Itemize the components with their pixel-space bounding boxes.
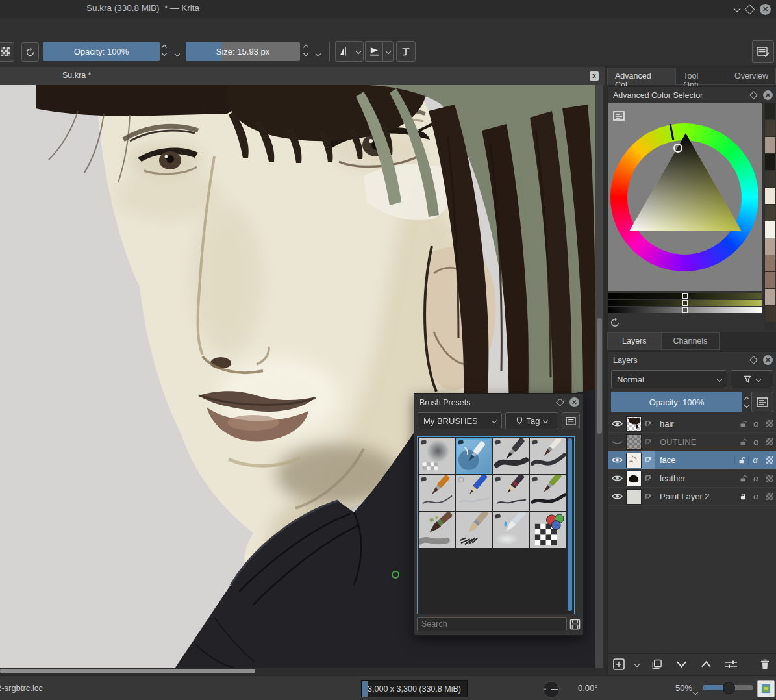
- mirror-vertical-button[interactable]: [365, 41, 383, 62]
- brush-grid-scrollbar[interactable]: [567, 438, 573, 611]
- layer-row[interactable]: OUTLINE α: [608, 433, 776, 451]
- layer-thumbnail[interactable]: [626, 434, 642, 450]
- history-swatch[interactable]: [765, 171, 775, 187]
- history-swatch[interactable]: [765, 289, 775, 305]
- shade-slider-1-marker[interactable]: [682, 293, 688, 299]
- shade-slider-1[interactable]: [608, 293, 762, 299]
- delete-layer-button[interactable]: [753, 659, 776, 669]
- close-docker-icon[interactable]: ✕: [569, 397, 579, 407]
- tab-layers[interactable]: Layers: [607, 332, 662, 350]
- layer-row[interactable]: Paint Layer 2 α: [608, 488, 776, 506]
- move-layer-down-button[interactable]: [669, 660, 694, 669]
- shade-slider-3[interactable]: [608, 307, 762, 313]
- canvas-rotation-dial[interactable]: [543, 681, 560, 698]
- layer-thumbnail[interactable]: [626, 416, 642, 432]
- float-docker-icon[interactable]: [749, 356, 758, 364]
- canvas-vertical-scrollbar[interactable]: [595, 85, 603, 668]
- close-docker-icon[interactable]: ✕: [763, 90, 773, 100]
- shade-slider-3-marker[interactable]: [682, 307, 688, 313]
- lock-icon-locked[interactable]: [736, 492, 749, 501]
- layer-opacity-slider[interactable]: Opacity: 100%: [611, 392, 742, 412]
- layer-row[interactable]: hair α: [608, 415, 776, 433]
- choose-workspace-button[interactable]: [752, 40, 774, 63]
- brush-preset[interactable]: [493, 438, 529, 474]
- opacity-slider[interactable]: Opacity: 100%: [43, 42, 160, 61]
- history-swatch[interactable]: [765, 221, 775, 238]
- layer-properties-button[interactable]: [751, 392, 773, 412]
- inherit-alpha-icon[interactable]: [762, 475, 776, 482]
- brush-preset[interactable]: [530, 438, 566, 474]
- canvas-horizontal-scrollbar[interactable]: [0, 668, 595, 674]
- duplicate-layer-button[interactable]: [644, 659, 669, 670]
- brush-preset[interactable]: [419, 512, 455, 548]
- display-mode-button[interactable]: [562, 412, 580, 429]
- mirror-horizontal-dropdown[interactable]: [353, 41, 364, 62]
- history-swatch[interactable]: [765, 272, 775, 288]
- move-layer-up-button[interactable]: [694, 660, 718, 669]
- size-dropdown-icon[interactable]: [316, 48, 320, 58]
- tab-channels[interactable]: Channels: [662, 332, 720, 350]
- lock-icon[interactable]: [734, 456, 748, 464]
- size-slider[interactable]: Size: 15.93 px: [186, 42, 300, 61]
- brush-preset[interactable]: [530, 512, 566, 548]
- tab-overview[interactable]: Overview: [727, 68, 776, 85]
- history-swatch[interactable]: [765, 103, 775, 119]
- tab-advanced-color-selector[interactable]: Advanced Col...: [607, 68, 676, 85]
- zoom-level-label[interactable]: 50%: [675, 683, 692, 693]
- tag-button[interactable]: Tag: [505, 412, 558, 429]
- layer-thumbnail[interactable]: [626, 489, 642, 505]
- brush-preset[interactable]: [456, 512, 492, 548]
- brush-grid-scrollbar-thumb[interactable]: [568, 438, 572, 611]
- save-bundle-icon[interactable]: [569, 619, 581, 630]
- zoom-slider-thumb[interactable]: [723, 682, 735, 694]
- alpha-lock-icon[interactable]: α: [749, 419, 762, 429]
- inherit-alpha-icon[interactable]: [762, 456, 776, 464]
- pattern-chooser-button[interactable]: [0, 42, 14, 62]
- brush-preset[interactable]: [419, 475, 455, 511]
- lock-icon[interactable]: [736, 438, 749, 446]
- inherit-alpha-icon[interactable]: [762, 493, 776, 500]
- brush-collection-dropdown[interactable]: My BRUSHES: [418, 412, 502, 429]
- visibility-eye-icon[interactable]: [608, 474, 626, 482]
- alpha-lock-icon[interactable]: α: [749, 473, 762, 483]
- visibility-eye-icon[interactable]: [608, 456, 626, 464]
- visibility-eye-icon[interactable]: [608, 419, 626, 428]
- float-docker-icon[interactable]: [749, 91, 758, 99]
- float-docker-icon[interactable]: [556, 398, 564, 406]
- horizontal-scrollbar-thumb[interactable]: [0, 669, 255, 673]
- history-swatch[interactable]: [765, 154, 775, 170]
- lock-icon[interactable]: [736, 474, 749, 482]
- add-layer-dropdown-icon[interactable]: [630, 662, 644, 666]
- layer-filter-button[interactable]: [731, 370, 773, 388]
- lock-icon[interactable]: [736, 419, 749, 428]
- wrap-around-mode-button[interactable]: [396, 41, 416, 62]
- document-tab[interactable]: Su.kra *: [62, 71, 91, 80]
- shade-slider-2[interactable]: [608, 300, 762, 306]
- opacity-spinner[interactable]: [162, 45, 166, 55]
- inherit-alpha-icon[interactable]: [762, 438, 776, 445]
- tab-tool-options[interactable]: Tool Opti...: [676, 68, 727, 85]
- saturation-value-triangle[interactable]: [608, 103, 762, 291]
- zoom-slider[interactable]: [703, 685, 753, 690]
- brush-preset[interactable]: [493, 475, 529, 511]
- brush-search-input[interactable]: [417, 617, 567, 631]
- mirror-vertical-dropdown[interactable]: [382, 41, 394, 62]
- layer-properties-sliders-button[interactable]: [718, 660, 744, 669]
- blend-mode-dropdown[interactable]: Normal: [611, 370, 727, 388]
- minimize-icon[interactable]: [734, 3, 740, 13]
- document-close-icon[interactable]: x: [590, 71, 599, 81]
- history-swatch[interactable]: [765, 188, 775, 204]
- layer-opacity-spinner[interactable]: [745, 397, 749, 407]
- layer-thumbnail[interactable]: [626, 453, 642, 468]
- shade-slider-2-marker[interactable]: [682, 300, 688, 306]
- history-swatch[interactable]: [765, 306, 775, 322]
- update-color-icon[interactable]: [610, 318, 620, 328]
- brush-preset[interactable]: [419, 438, 455, 474]
- history-swatch[interactable]: [765, 137, 775, 153]
- size-spinner[interactable]: [304, 45, 308, 55]
- layer-row-selected[interactable]: face α: [608, 451, 776, 469]
- canvas-only-mode-icon[interactable]: [757, 680, 775, 697]
- gradient-chooser-button[interactable]: [21, 42, 39, 62]
- add-layer-button[interactable]: [608, 658, 630, 670]
- history-swatch[interactable]: [765, 238, 775, 255]
